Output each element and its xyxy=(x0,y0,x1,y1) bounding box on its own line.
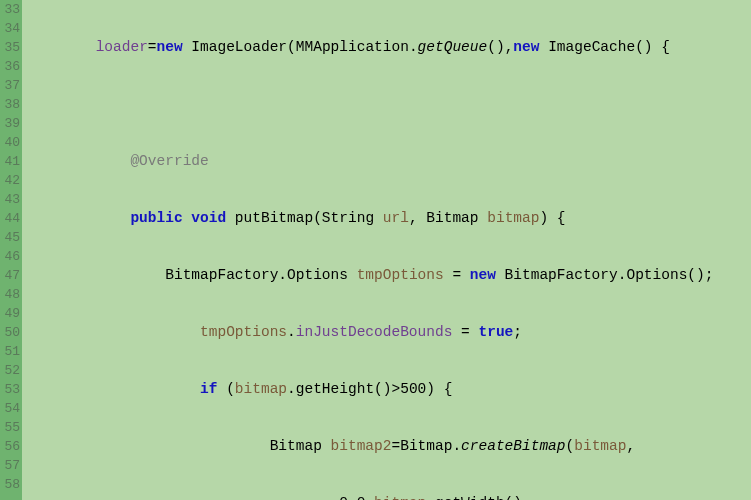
line-number: 52 xyxy=(0,361,20,380)
line-number-gutter: 3334353637383940414243444546474849505152… xyxy=(0,0,22,500)
code-line: tmpOptions.inJustDecodeBounds = true; xyxy=(26,323,751,342)
line-number: 44 xyxy=(0,209,20,228)
line-number: 56 xyxy=(0,437,20,456)
code-line: public void putBitmap(String url, Bitmap… xyxy=(26,209,751,228)
line-number: 42 xyxy=(0,171,20,190)
line-number: 50 xyxy=(0,323,20,342)
line-number: 48 xyxy=(0,285,20,304)
line-number: 41 xyxy=(0,152,20,171)
line-number: 51 xyxy=(0,342,20,361)
line-number: 46 xyxy=(0,247,20,266)
line-number: 40 xyxy=(0,133,20,152)
line-number: 55 xyxy=(0,418,20,437)
line-number: 47 xyxy=(0,266,20,285)
line-number: 49 xyxy=(0,304,20,323)
code-line: Bitmap bitmap2=Bitmap.createBitmap(bitma… xyxy=(26,437,751,456)
line-number: 43 xyxy=(0,190,20,209)
line-number: 57 xyxy=(0,456,20,475)
code-line: if (bitmap.getHeight()>500) { xyxy=(26,380,751,399)
line-number: 38 xyxy=(0,95,20,114)
line-number: 45 xyxy=(0,228,20,247)
line-number: 37 xyxy=(0,76,20,95)
line-number: 58 xyxy=(0,475,20,494)
code-line: loader=new ImageLoader(MMApplication.get… xyxy=(26,38,751,57)
line-number: 36 xyxy=(0,57,20,76)
line-number: 39 xyxy=(0,114,20,133)
code-line: 0,0,bitmap.getWidth(), xyxy=(26,494,751,500)
line-number: 54 xyxy=(0,399,20,418)
code-line xyxy=(26,95,751,114)
code-area: loader=new ImageLoader(MMApplication.get… xyxy=(22,0,751,500)
line-number: 33 xyxy=(0,0,20,19)
line-number: 53 xyxy=(0,380,20,399)
line-number: 35 xyxy=(0,38,20,57)
line-number: 34 xyxy=(0,19,20,38)
code-editor: 3334353637383940414243444546474849505152… xyxy=(0,0,751,500)
code-line: BitmapFactory.Options tmpOptions = new B… xyxy=(26,266,751,285)
code-line: @Override xyxy=(26,152,751,171)
